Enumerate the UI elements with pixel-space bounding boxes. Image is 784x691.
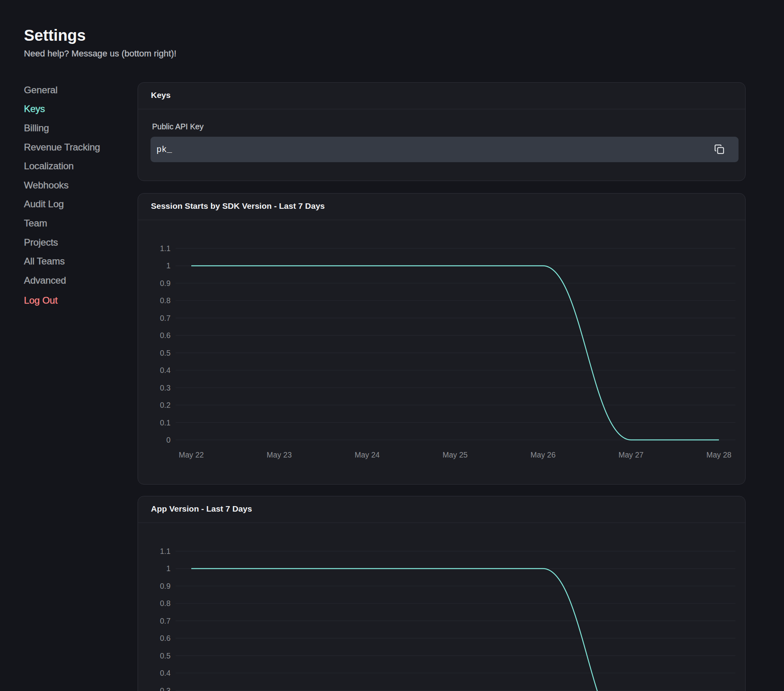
svg-text:0.4: 0.4 (160, 366, 171, 374)
svg-text:0.6: 0.6 (160, 331, 171, 340)
svg-text:May 24: May 24 (355, 450, 380, 459)
svg-text:May 28: May 28 (706, 450, 731, 459)
svg-text:0.5: 0.5 (160, 349, 171, 357)
svg-text:0.4: 0.4 (160, 669, 171, 677)
svg-text:0.1: 0.1 (160, 418, 171, 427)
svg-text:0.6: 0.6 (160, 634, 171, 642)
svg-text:1.1: 1.1 (160, 547, 171, 555)
svg-text:0.2: 0.2 (160, 401, 171, 409)
svg-text:May 23: May 23 (267, 450, 292, 459)
svg-text:0.7: 0.7 (160, 617, 171, 625)
svg-text:0.7: 0.7 (160, 314, 171, 322)
svg-text:0.8: 0.8 (160, 296, 171, 305)
svg-text:May 22: May 22 (179, 450, 204, 459)
svg-text:0.5: 0.5 (160, 651, 171, 660)
svg-text:0.9: 0.9 (160, 582, 171, 590)
svg-text:May 25: May 25 (443, 450, 468, 459)
svg-text:May 27: May 27 (619, 450, 644, 459)
svg-text:0: 0 (166, 436, 171, 444)
svg-text:0.3: 0.3 (160, 383, 171, 392)
svg-text:1: 1 (166, 564, 171, 573)
svg-text:1.1: 1.1 (160, 244, 171, 253)
svg-text:1: 1 (166, 261, 171, 270)
svg-text:0.8: 0.8 (160, 599, 171, 608)
svg-text:0.3: 0.3 (160, 686, 171, 691)
svg-text:May 26: May 26 (530, 450, 555, 459)
svg-text:0.9: 0.9 (160, 279, 171, 288)
